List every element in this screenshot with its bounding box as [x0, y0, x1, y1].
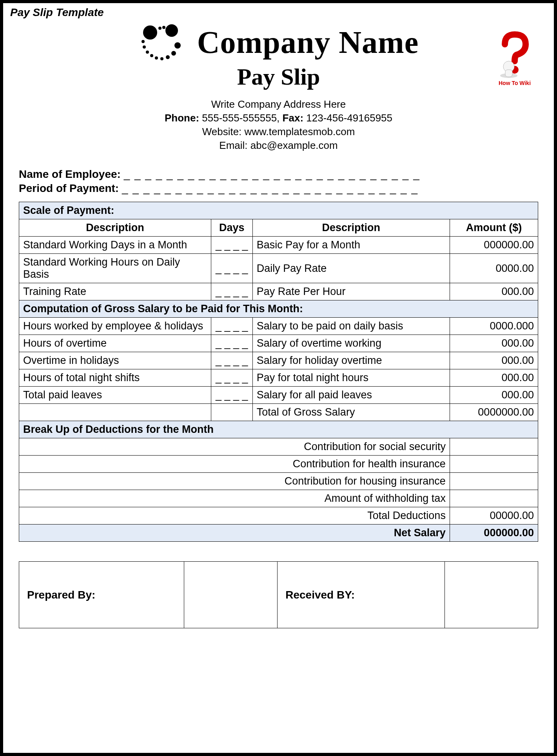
col-description-right: Description: [252, 219, 450, 237]
svg-point-4: [143, 25, 157, 40]
fax-value: 123-456-49165955: [306, 112, 392, 124]
net-salary-amount: 000000.00: [450, 524, 538, 542]
col-amount: Amount ($): [450, 219, 538, 237]
table-row: Hours of overtime _ _ _ _ Salary of over…: [19, 335, 538, 352]
gross-amount: 0000.000: [450, 318, 538, 335]
svg-point-9: [160, 57, 163, 60]
header: Company Name Pay Slip Write Company Addr…: [19, 23, 538, 152]
gross-amount: 000.00: [450, 352, 538, 369]
scale-desc-left: Standard Working Hours on Daily Basis: [19, 254, 211, 283]
svg-point-12: [146, 51, 149, 54]
scale-desc-right: Daily Pay Rate: [252, 254, 450, 283]
scale-days[interactable]: _ _ _ _: [211, 237, 252, 254]
company-logo-icon: [138, 23, 189, 62]
company-name: Company Name: [197, 25, 419, 60]
deduction-amount[interactable]: [450, 473, 538, 490]
table-row: Standard Working Hours on Daily Basis _ …: [19, 254, 538, 283]
deduction-label: Amount of withholding tax: [19, 490, 450, 507]
scale-desc-left: Training Rate: [19, 283, 211, 300]
phone-value: 555-555-555555,: [202, 112, 279, 124]
gross-total-amount: 0000000.00: [450, 404, 538, 421]
prepared-by-label: Prepared By:: [19, 562, 184, 628]
table-row: Contribution for social security: [19, 438, 538, 456]
scale-desc-right: Basic Pay for a Month: [252, 237, 450, 254]
svg-rect-3: [505, 70, 512, 77]
table-row: Hours worked by employee & holidays _ _ …: [19, 318, 538, 335]
scale-days[interactable]: _ _ _ _: [211, 254, 252, 283]
net-salary-row: Net Salary 000000.00: [19, 524, 538, 542]
gross-desc-left: Hours of overtime: [19, 335, 211, 352]
signature-table: Prepared By: Received BY:: [19, 561, 538, 628]
pay-slip-page: Pay Slip Template How To Wiki: [0, 0, 557, 756]
deduction-label: Contribution for health insurance: [19, 456, 450, 473]
question-mark-icon: [491, 31, 538, 81]
received-by-field[interactable]: [445, 562, 538, 628]
svg-point-13: [143, 45, 146, 49]
gross-desc-right: Pay for total night hours: [252, 369, 450, 387]
scale-desc-left: Standard Working Days in a Month: [19, 237, 211, 254]
watermark-text: How To Wiki: [491, 80, 538, 86]
svg-point-15: [158, 27, 161, 30]
deduction-total-label: Total Deductions: [19, 507, 450, 524]
gross-amount: 000.00: [450, 387, 538, 404]
deduction-total-row: Total Deductions 00000.00: [19, 507, 538, 524]
employee-name-blank[interactable]: _ _ _ _ _ _ _ _ _ _ _ _ _ _ _ _ _ _ _ _ …: [124, 168, 420, 180]
gross-desc-left: Total paid leaves: [19, 387, 211, 404]
phone-label: Phone:: [165, 112, 199, 124]
table-row: Standard Working Days in a Month _ _ _ _…: [19, 237, 538, 254]
deduction-total-amount: 00000.00: [450, 507, 538, 524]
company-address: Write Company Address Here: [19, 98, 538, 111]
svg-point-16: [162, 26, 165, 29]
col-days: Days: [211, 219, 252, 237]
website: Website: www.templatesmob.com: [19, 125, 538, 139]
deduction-label: Contribution for housing insurance: [19, 473, 450, 490]
svg-point-14: [142, 40, 145, 43]
payment-period-label: Period of Payment:: [19, 182, 119, 194]
received-by-label: Received BY:: [278, 562, 445, 628]
scale-days[interactable]: _ _ _ _: [211, 283, 252, 300]
svg-point-5: [165, 24, 178, 37]
employee-name-label: Name of Employee:: [19, 168, 121, 180]
table-row: Amount of withholding tax: [19, 490, 538, 507]
employee-fields: Name of Employee: _ _ _ _ _ _ _ _ _ _ _ …: [19, 168, 538, 195]
table-row: Contribution for health insurance: [19, 456, 538, 473]
gross-desc-right: Salary to be paid on daily basis: [252, 318, 450, 335]
payment-period-blank[interactable]: _ _ _ _ _ _ _ _ _ _ _ _ _ _ _ _ _ _ _ _ …: [122, 182, 418, 194]
payslip-table: Scale of Payment: Description Days Descr…: [19, 202, 538, 542]
gross-desc-left: Hours of total night shifts: [19, 369, 211, 387]
scale-amount: 000000.00: [450, 237, 538, 254]
net-salary-label: Net Salary: [19, 524, 450, 542]
gross-days[interactable]: _ _ _ _: [211, 369, 252, 387]
section-deductions-header: Break Up of Deductions for the Month: [19, 421, 538, 438]
email: Email: abc@example.com: [19, 139, 538, 152]
deduction-amount[interactable]: [450, 438, 538, 456]
gross-desc-right: Salary for holiday overtime: [252, 352, 450, 369]
svg-point-11: [150, 54, 153, 57]
gross-amount: 000.00: [450, 335, 538, 352]
prepared-by-field[interactable]: [184, 562, 277, 628]
company-contact: Write Company Address Here Phone: 555-55…: [19, 98, 538, 152]
svg-point-10: [155, 56, 158, 60]
deduction-amount[interactable]: [450, 490, 538, 507]
gross-days[interactable]: _ _ _ _: [211, 335, 252, 352]
gross-days[interactable]: _ _ _ _: [211, 352, 252, 369]
scale-amount: 0000.00: [450, 254, 538, 283]
col-description-left: Description: [19, 219, 211, 237]
document-title: Pay Slip: [19, 63, 538, 90]
watermark-logo: How To Wiki: [491, 31, 538, 86]
section-gross-header: Computation of Gross Salary to be Paid f…: [19, 300, 538, 318]
gross-days[interactable]: _ _ _ _: [211, 318, 252, 335]
gross-amount: 000.00: [450, 369, 538, 387]
svg-point-6: [174, 42, 181, 49]
gross-desc-right: Salary for all paid leaves: [252, 387, 450, 404]
table-row: Hours of total night shifts _ _ _ _ Pay …: [19, 369, 538, 387]
gross-days[interactable]: _ _ _ _: [211, 387, 252, 404]
deduction-label: Contribution for social security: [19, 438, 450, 456]
scale-amount: 000.00: [450, 283, 538, 300]
deduction-amount[interactable]: [450, 456, 538, 473]
gross-desc-right: Salary of overtime working: [252, 335, 450, 352]
svg-point-7: [171, 51, 176, 56]
table-row: Contribution for housing insurance: [19, 473, 538, 490]
scale-desc-right: Pay Rate Per Hour: [252, 283, 450, 300]
gross-desc-left: Overtime in holidays: [19, 352, 211, 369]
